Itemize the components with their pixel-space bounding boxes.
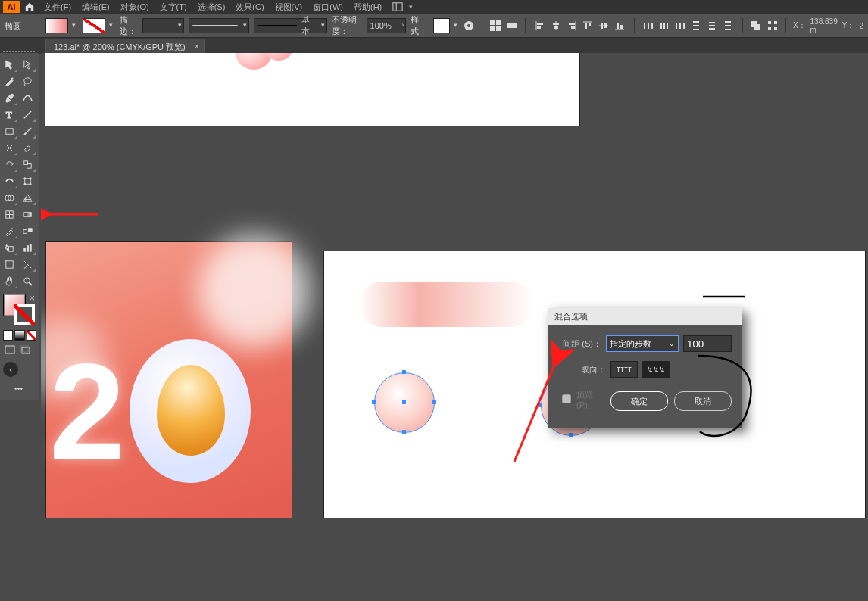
curvature-tool-icon[interactable] bbox=[18, 89, 36, 106]
color-mode-color-icon[interactable] bbox=[3, 330, 13, 341]
preview-checkbox[interactable]: 预览 (P) bbox=[559, 389, 606, 409]
align-vcenter-icon[interactable] bbox=[596, 18, 611, 33]
selection-handle[interactable] bbox=[539, 403, 542, 407]
home-icon[interactable] bbox=[21, 1, 38, 13]
stroke-swatch[interactable]: ▾ bbox=[83, 18, 105, 33]
artboard-1[interactable] bbox=[45, 53, 579, 126]
transform-panel-icon[interactable] bbox=[767, 17, 779, 34]
rotate-tool-icon[interactable] bbox=[0, 156, 18, 173]
canvas-workspace[interactable]: 2 混合选项 间距 (S)： 指定的步数⌄ 取向： ⵊⵊⵊⵊ bbox=[41, 53, 868, 601]
align-left-icon[interactable] bbox=[532, 18, 548, 33]
zoom-tool-icon[interactable] bbox=[18, 272, 36, 289]
selection-center-handle[interactable] bbox=[402, 400, 406, 404]
collapse-toggle-icon[interactable]: ‹ bbox=[3, 362, 18, 377]
graphic-style-swatch[interactable]: ▾ bbox=[433, 18, 450, 33]
menu-window[interactable]: 窗口(W) bbox=[308, 2, 348, 13]
artwork-text-2[interactable]: 2 bbox=[49, 333, 125, 490]
menu-effect[interactable]: 效果(C) bbox=[231, 2, 268, 13]
column-graph-tool-icon[interactable] bbox=[18, 239, 36, 256]
selection-handle[interactable] bbox=[432, 400, 436, 404]
dist-v-bottom-icon[interactable] bbox=[720, 18, 735, 33]
selection-tool-icon[interactable] bbox=[0, 56, 18, 73]
artboard-tool-icon[interactable] bbox=[0, 256, 18, 272]
slice-tool-icon[interactable] bbox=[18, 256, 36, 272]
menu-help[interactable]: 帮助(H) bbox=[349, 2, 386, 13]
lasso-tool-icon[interactable] bbox=[18, 73, 36, 89]
fill-stroke-indicator[interactable]: ⤭ bbox=[3, 294, 35, 325]
align-right-icon[interactable] bbox=[564, 18, 579, 33]
selection-handle[interactable] bbox=[402, 370, 406, 374]
color-mode-gradient-icon[interactable] bbox=[14, 330, 24, 341]
direct-selection-tool-icon[interactable] bbox=[18, 56, 36, 73]
artwork-number-0[interactable] bbox=[130, 339, 251, 483]
eraser-tool-icon[interactable] bbox=[18, 139, 36, 156]
align-hcenter-icon[interactable] bbox=[548, 18, 564, 33]
shape-builder-tool-icon[interactable] bbox=[0, 189, 18, 206]
opacity-dropdown[interactable]: 100%› bbox=[367, 18, 407, 33]
color-mode-none-icon[interactable] bbox=[27, 330, 36, 341]
paintbrush-tool-icon[interactable] bbox=[18, 123, 36, 139]
free-transform-tool-icon[interactable] bbox=[18, 173, 36, 189]
draw-normal-icon[interactable] bbox=[3, 344, 17, 356]
width-tool-icon[interactable] bbox=[0, 173, 18, 189]
draw-behind-icon[interactable] bbox=[18, 344, 32, 356]
menu-view[interactable]: 视图(V) bbox=[270, 2, 308, 13]
tab-close-icon[interactable]: × bbox=[195, 42, 199, 51]
selection-handle[interactable] bbox=[402, 430, 406, 434]
magic-wand-tool-icon[interactable] bbox=[0, 73, 18, 89]
dist-h-center-icon[interactable] bbox=[657, 18, 672, 33]
type-tool-icon[interactable]: T bbox=[0, 106, 18, 123]
selection-handle[interactable] bbox=[569, 433, 573, 437]
coord-y-value[interactable]: 2 bbox=[859, 22, 863, 30]
stroke-indicator[interactable] bbox=[14, 304, 35, 325]
dist-h-left-icon[interactable] bbox=[641, 18, 656, 33]
arrange-docs-icon[interactable] bbox=[392, 1, 407, 13]
menu-select[interactable]: 选择(S) bbox=[193, 2, 230, 13]
menu-file[interactable]: 文件(F) bbox=[39, 2, 76, 13]
fill-swatch[interactable]: ▾ bbox=[45, 18, 68, 33]
mesh-tool-icon[interactable] bbox=[0, 206, 18, 223]
spacing-value-input[interactable] bbox=[683, 335, 732, 352]
line-tool-icon[interactable] bbox=[18, 106, 36, 123]
gradient-tool-icon[interactable] bbox=[18, 206, 36, 223]
arrange-caret-icon[interactable]: ▾ bbox=[409, 3, 413, 11]
brush-def-dropdown[interactable]: 基本▾ bbox=[254, 18, 327, 33]
recolor-icon[interactable] bbox=[463, 17, 475, 34]
cancel-button[interactable]: 取消 bbox=[674, 391, 732, 411]
menu-object[interactable]: 对象(O) bbox=[116, 2, 154, 13]
artboard-2[interactable]: 2 bbox=[46, 242, 292, 518]
align-bottom-icon[interactable] bbox=[612, 18, 627, 33]
stroke-profile-dropdown[interactable]: ▾ bbox=[189, 18, 249, 33]
swap-fill-stroke-icon[interactable]: ⤭ bbox=[29, 294, 35, 302]
align-to-icon[interactable] bbox=[489, 17, 501, 34]
shape-mode-icon[interactable] bbox=[750, 17, 762, 34]
spacing-mode-dropdown[interactable]: 指定的步数⌄ bbox=[606, 335, 679, 352]
dist-h-right-icon[interactable] bbox=[673, 18, 688, 33]
orientation-page-icon[interactable]: ⵊⵊⵊⵊ bbox=[610, 361, 638, 378]
selection-handle[interactable] bbox=[372, 400, 376, 404]
scale-tool-icon[interactable] bbox=[18, 156, 36, 173]
menu-edit[interactable]: 编辑(E) bbox=[77, 2, 114, 13]
svg-rect-39 bbox=[709, 22, 715, 23]
rectangle-tool-icon[interactable] bbox=[0, 123, 18, 139]
dialog-titlebar[interactable]: 混合选项 bbox=[548, 308, 742, 325]
blend-tool-icon[interactable] bbox=[18, 223, 36, 239]
shaper-tool-icon[interactable] bbox=[0, 139, 18, 156]
dist-v-top-icon[interactable] bbox=[688, 18, 704, 33]
align-top-icon[interactable] bbox=[580, 18, 595, 33]
transform-icon[interactable] bbox=[506, 17, 518, 34]
eyedropper-tool-icon[interactable] bbox=[0, 223, 18, 239]
coord-x-value[interactable]: 138.639 m bbox=[810, 17, 838, 34]
stroke-weight-dropdown[interactable]: ▾ bbox=[142, 18, 185, 33]
orientation-path-icon[interactable]: ↯↯↯ bbox=[642, 361, 670, 378]
menu-type[interactable]: 文字(T) bbox=[155, 2, 192, 13]
document-tab[interactable]: 123.ai* @ 200% (CMYK/GPU 预览) × bbox=[45, 39, 205, 54]
hand-tool-icon[interactable] bbox=[0, 272, 18, 289]
ok-button[interactable]: 确定 bbox=[610, 391, 668, 411]
symbol-sprayer-tool-icon[interactable] bbox=[0, 239, 18, 256]
pen-tool-icon[interactable] bbox=[0, 89, 18, 106]
perspective-grid-tool-icon[interactable] bbox=[18, 189, 36, 206]
artwork-pill[interactable] bbox=[359, 282, 533, 327]
dist-v-center-icon[interactable] bbox=[704, 18, 720, 33]
edit-toolbar-icon[interactable] bbox=[0, 380, 36, 397]
